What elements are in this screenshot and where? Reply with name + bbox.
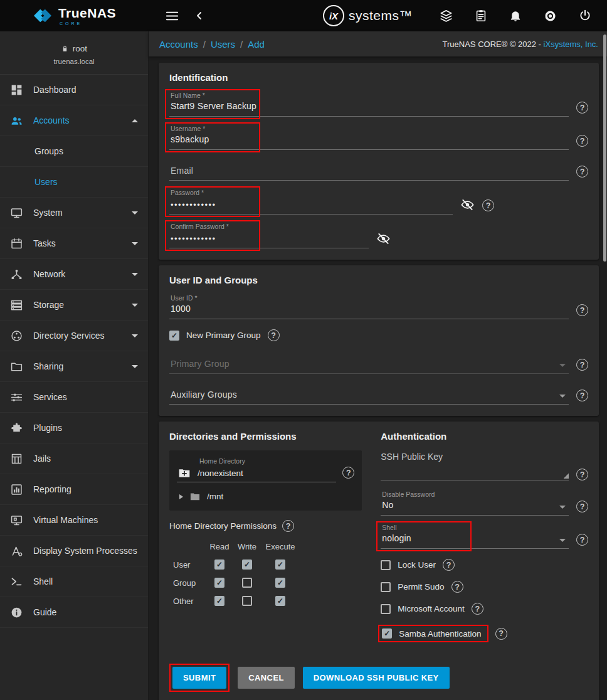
permit-sudo-checkbox[interactable] [381,582,391,592]
expand-caret-icon[interactable] [179,494,183,499]
layers-icon [439,9,453,23]
brand-text: TrueNAS CORE [58,6,116,26]
sidebar-item-shell[interactable]: Shell [0,566,148,597]
help-icon[interactable] [576,135,588,147]
chevron-down-icon [559,539,566,542]
sidebar-item-tasks[interactable]: Tasks [0,228,148,259]
help-icon[interactable] [576,166,588,178]
sidebar-item-dashboard[interactable]: Dashboard [0,75,148,105]
toggle-password-visibility-icon[interactable] [460,198,475,212]
sidebar-item-virtual-machines[interactable]: Virtual Machines [0,505,148,536]
sidebar-item-accounts[interactable]: Accounts [0,105,148,136]
help-icon[interactable] [576,359,588,371]
help-icon[interactable] [576,102,588,114]
ssh-public-key-input[interactable]: SSH Public Key [381,450,569,480]
perm-group-execute-checkbox[interactable] [275,578,285,588]
perm-other-write-checkbox[interactable] [242,596,252,606]
help-icon[interactable] [576,534,588,546]
truecommand-button[interactable] [436,6,456,26]
folder-add-icon[interactable] [177,467,192,479]
notifications-button[interactable] [506,6,525,25]
sidebar-item-groups[interactable]: Groups [0,136,148,167]
help-icon[interactable] [342,467,354,479]
auxiliary-groups-select[interactable]: Auxiliary Groups [169,382,569,405]
primary-group-select[interactable]: Primary Group [169,351,569,374]
help-icon[interactable] [282,520,294,532]
breadcrumb-users[interactable]: Users [211,39,248,50]
power-button[interactable] [576,6,594,25]
help-icon[interactable] [495,628,507,640]
breadcrumb-accounts[interactable]: Accounts [159,39,211,50]
perm-other-read-checkbox[interactable] [214,596,224,606]
email-input[interactable]: Email [169,158,569,181]
perm-user-execute-checkbox[interactable] [275,559,285,570]
scrollbar-thumb[interactable] [603,34,606,262]
perm-group-read-checkbox[interactable] [214,578,224,588]
help-icon[interactable] [576,390,588,401]
confirm-password-input[interactable]: Confirm Password * •••••••••••• [169,223,369,248]
perm-group-write-checkbox[interactable] [242,578,252,588]
sidebar-item-directory-services[interactable]: Directory Services [0,321,148,351]
microsoft-account-checkbox[interactable] [381,604,391,614]
samba-authentication-checkbox[interactable] [382,628,392,639]
help-icon[interactable] [576,469,588,480]
chevron-left-icon [193,9,206,22]
help-icon[interactable] [576,304,588,316]
home-directory-input[interactable]: Home Directory /nonexistent [177,457,336,482]
perm-other-execute-checkbox[interactable] [275,596,285,606]
sidebar-item-services[interactable]: Services [0,382,148,413]
help-icon[interactable] [482,199,494,211]
shell-select[interactable]: Shell nologin [381,524,569,549]
username-value: s9backup [171,134,569,145]
sidebar-item-reporting[interactable]: Reporting [0,474,148,505]
hostname: truenas.local [0,58,148,65]
cancel-button[interactable]: CANCEL [238,667,295,689]
resize-grip-icon[interactable] [563,473,569,479]
disable-password-select[interactable]: Disable Password No [381,491,569,516]
submit-button[interactable]: SUBMIT [172,667,226,689]
sidebar-item-label: Sharing [33,361,63,371]
help-icon[interactable] [268,329,280,341]
perm-row-group: Group [173,578,206,588]
sidebar-item-storage[interactable]: Storage [0,290,148,321]
home-directory-panel: Home Directory /nonexistent [169,450,362,511]
sidebar-item-sharing[interactable]: Sharing [0,351,148,382]
user-id-input[interactable]: User ID * 1000 [169,294,569,319]
sidebar-item-users[interactable]: Users [0,167,148,198]
truenas-logo[interactable]: TrueNAS CORE [0,6,149,26]
tree-item-mnt[interactable]: /mnt [179,491,354,502]
help-icon[interactable] [443,559,455,571]
lock-user-checkbox[interactable] [381,560,391,570]
sidebar-item-system[interactable]: System [0,198,148,228]
sidebar-item-guide[interactable]: Guide [0,597,148,628]
sidebar-item-network[interactable]: Network [0,259,148,290]
password-row: Password * •••••••••••• [169,189,588,215]
collapse-nav-button[interactable] [191,7,208,24]
sidebar-item-display-system-processes[interactable]: Display System Processes [0,536,148,566]
new-primary-group-checkbox[interactable] [169,331,179,341]
toggle-password-visibility-icon[interactable] [376,231,391,246]
perm-user-write-checkbox[interactable] [242,559,252,570]
help-icon[interactable] [472,603,483,615]
truenas-app-window: TrueNAS CORE iX systems™ [0,0,607,700]
breadcrumb-add[interactable]: Add [248,39,275,50]
sidebar-item-plugins[interactable]: Plugins [0,413,148,443]
menu-button[interactable] [162,6,182,26]
download-ssh-key-button[interactable]: DOWNLOAD SSH PUBLIC KEY [303,667,450,689]
full-name-input[interactable]: Full Name * Start9 Server Backup [169,92,569,117]
help-icon[interactable] [451,581,463,593]
power-icon [578,9,592,23]
password-input[interactable]: Password * •••••••••••• [169,189,453,215]
username-input[interactable]: Username * s9backup [169,125,569,150]
tree-item-label: /mnt [207,492,223,501]
main-content: Accounts Users Add TrueNAS CORE® © 2022 … [149,31,607,700]
perm-user-read-checkbox[interactable] [214,559,224,570]
task-manager-button[interactable] [472,6,490,25]
permit-sudo-row: Permit Sudo [381,581,588,593]
help-icon[interactable] [576,501,588,512]
settings-button[interactable] [541,6,560,26]
ixsystems-link[interactable]: iXsystems, Inc. [544,40,598,49]
sidebar-item-label: Groups [33,146,63,156]
user-id-value: 1000 [171,304,569,314]
sidebar-item-jails[interactable]: Jails [0,443,148,474]
